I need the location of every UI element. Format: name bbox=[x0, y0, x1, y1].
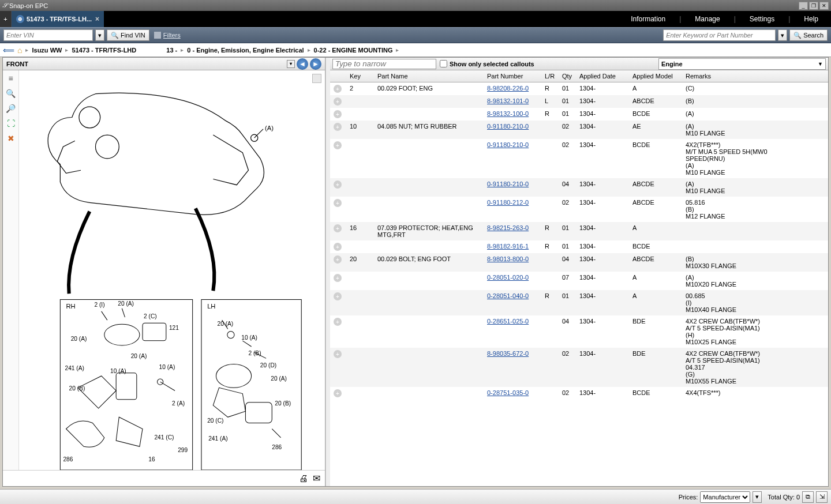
table-row[interactable]: +8-98132-100-0R011304-BCDE(A) bbox=[330, 108, 828, 121]
col-key[interactable]: Key bbox=[346, 70, 374, 82]
part-number-link[interactable]: 8-98132-100-0 bbox=[487, 110, 529, 117]
part-number-link[interactable]: 8-98132-101-0 bbox=[487, 97, 529, 104]
table-row[interactable]: +1004.085 NUT; MTG RUBBER0-91180-210-002… bbox=[330, 121, 828, 139]
expand-icon[interactable]: + bbox=[334, 224, 342, 232]
minimize-button[interactable]: _ bbox=[799, 2, 808, 10]
expand-icon[interactable]: + bbox=[334, 141, 342, 149]
next-diagram-button[interactable]: ► bbox=[310, 58, 321, 70]
expand-icon[interactable]: + bbox=[334, 123, 342, 131]
table-row[interactable]: +0-28751-035-0021304-BCDE4X4(TFS***) bbox=[330, 387, 828, 400]
engine-dropdown[interactable]: Engine ▼ bbox=[658, 58, 826, 70]
part-number-link[interactable]: 8-98013-800-0 bbox=[487, 255, 529, 262]
expand-icon[interactable]: + bbox=[334, 389, 342, 397]
part-number-link[interactable]: 0-91180-210-0 bbox=[487, 123, 529, 130]
tab-close-icon[interactable]: × bbox=[95, 15, 99, 23]
expand-icon[interactable]: + bbox=[334, 274, 342, 282]
expand-icon[interactable]: + bbox=[334, 180, 342, 189]
part-number-link[interactable]: 0-28651-025-0 bbox=[487, 318, 529, 325]
expand-icon[interactable]: + bbox=[334, 110, 342, 118]
fit-icon[interactable]: ⛶ bbox=[5, 118, 17, 129]
prices-select[interactable]: Manufacturer bbox=[700, 491, 750, 503]
part-number-link[interactable]: 0-28751-035-0 bbox=[487, 389, 529, 396]
expand-icon[interactable]: + bbox=[334, 255, 342, 264]
narrow-input[interactable] bbox=[332, 59, 436, 69]
table-row[interactable]: +0-91180-210-0041304-ABCDE(A)M10 FLANGE bbox=[330, 178, 828, 197]
home-icon[interactable]: ⌂ bbox=[17, 46, 22, 55]
export-button[interactable]: ⇲ bbox=[816, 491, 828, 503]
vin-dropdown-button[interactable]: ▾ bbox=[95, 29, 104, 41]
expand-icon[interactable]: + bbox=[334, 243, 342, 251]
crumb-subgroup[interactable]: 0-22 - ENGINE MOUNTING bbox=[314, 47, 393, 54]
col-name[interactable]: Part Name bbox=[374, 70, 484, 82]
table-row[interactable]: +0-91180-212-0021304-ABCDE05.816(B)M12 F… bbox=[330, 197, 828, 222]
col-pn[interactable]: Part Number bbox=[484, 70, 541, 82]
email-icon[interactable]: ✉ bbox=[313, 473, 320, 484]
part-number-link[interactable]: 0-28051-020-0 bbox=[487, 274, 529, 281]
crumb-group[interactable]: 0 - Engine, Emission, Engine Electrical bbox=[187, 47, 304, 54]
part-number-link[interactable]: 0-91180-212-0 bbox=[487, 199, 529, 206]
thumbnail-toggle[interactable] bbox=[312, 74, 321, 83]
copy-button[interactable]: ⧉ bbox=[802, 491, 814, 503]
menu-information[interactable]: Information bbox=[624, 15, 672, 23]
crumb-make[interactable]: Isuzu WW bbox=[32, 47, 62, 54]
col-remarks[interactable]: Remarks bbox=[682, 70, 828, 82]
back-button[interactable]: ⟸ bbox=[3, 45, 14, 55]
splitter[interactable] bbox=[325, 58, 330, 486]
part-number-link[interactable]: 8-98035-672-0 bbox=[487, 350, 529, 357]
table-row[interactable]: +8-98132-101-0L011304-ABCDE(B) bbox=[330, 95, 828, 108]
menu-settings[interactable]: Settings bbox=[743, 15, 781, 23]
crumb-section[interactable]: 13 - bbox=[166, 47, 177, 54]
tab-vehicle[interactable]: ⊕ 51473 - TFR/TFS-LH... × bbox=[12, 11, 104, 27]
expand-icon[interactable]: + bbox=[334, 292, 342, 300]
table-row[interactable]: +0-28051-020-0071304-A(A)M10X20 FLANGE bbox=[330, 272, 828, 290]
table-row[interactable]: +8-98182-916-1R011304-BCDE bbox=[330, 240, 828, 253]
keyword-input[interactable] bbox=[663, 29, 776, 41]
expand-icon[interactable]: + bbox=[334, 199, 342, 207]
zoom-in-icon[interactable]: 🔍 bbox=[5, 88, 17, 99]
zoom-out-icon[interactable]: 🔎 bbox=[5, 103, 17, 114]
table-row[interactable]: +1607.039 PROTECTOR; HEAT,ENG MTG,FRT8-9… bbox=[330, 222, 828, 240]
col-model[interactable]: Applied Model bbox=[629, 70, 682, 82]
show-selected-checkbox[interactable]: Show only selected callouts bbox=[440, 60, 534, 67]
maximize-button[interactable]: ❐ bbox=[809, 2, 818, 10]
expand-icon[interactable]: + bbox=[334, 318, 342, 326]
diagram-dropdown[interactable]: ▾ bbox=[287, 60, 295, 68]
expand-icon[interactable]: + bbox=[334, 350, 342, 358]
part-number-link[interactable]: 0-91180-210-0 bbox=[487, 141, 529, 148]
prev-diagram-button[interactable]: ◄ bbox=[297, 58, 308, 70]
close-window-button[interactable]: ✕ bbox=[819, 2, 829, 10]
parts-table-wrap[interactable]: Key Part Name Part Number L/R Qty Applie… bbox=[330, 70, 828, 486]
part-number-link[interactable]: 8-98215-263-0 bbox=[487, 224, 529, 231]
table-row[interactable]: +2000.029 BOLT; ENG FOOT8-98013-800-0041… bbox=[330, 253, 828, 272]
part-number-link[interactable]: 0-91180-210-0 bbox=[487, 180, 529, 187]
col-date[interactable]: Applied Date bbox=[576, 70, 629, 82]
part-number-link[interactable]: 8-98182-916-1 bbox=[487, 243, 529, 250]
menu-help[interactable]: Help bbox=[797, 15, 825, 23]
col-lr[interactable]: L/R bbox=[541, 70, 559, 82]
cell-qty: 02 bbox=[559, 387, 576, 400]
prices-dd[interactable]: ▾ bbox=[753, 491, 762, 503]
thumbnails-icon[interactable]: ≡ bbox=[5, 73, 17, 84]
diagram-viewport[interactable]: (A) RH LH bbox=[19, 70, 325, 470]
reset-icon[interactable]: ✖ bbox=[5, 133, 17, 144]
table-row[interactable]: +200.029 FOOT; ENG8-98208-226-0R011304-A… bbox=[330, 82, 828, 96]
menu-manage[interactable]: Manage bbox=[688, 15, 727, 23]
cell-model: ABCDE bbox=[629, 197, 682, 222]
find-vin-button[interactable]: 🔍Find VIN bbox=[107, 29, 149, 41]
part-number-link[interactable]: 0-28051-040-0 bbox=[487, 292, 529, 299]
col-qty[interactable]: Qty bbox=[559, 70, 576, 82]
table-row[interactable]: +0-91180-210-0021304-BCDE4X2(TFB***)M/T … bbox=[330, 139, 828, 178]
table-row[interactable]: +0-28651-025-0041304-BDE4X2 CREW CAB(TFB… bbox=[330, 315, 828, 348]
part-number-link[interactable]: 8-98208-226-0 bbox=[487, 85, 529, 92]
vin-input[interactable] bbox=[3, 29, 93, 41]
expand-icon[interactable]: + bbox=[334, 97, 342, 106]
new-tab-button[interactable]: + bbox=[0, 11, 12, 27]
table-row[interactable]: +8-98035-672-0021304-BDE4X2 CREW CAB(TFB… bbox=[330, 348, 828, 387]
table-row[interactable]: +0-28051-040-0R011304-A00.685(I)M10X40 F… bbox=[330, 290, 828, 315]
expand-icon[interactable]: + bbox=[334, 85, 342, 93]
filters-link[interactable]: Filters bbox=[154, 32, 181, 39]
keyword-dropdown-button[interactable]: ▾ bbox=[778, 29, 787, 41]
search-button[interactable]: 🔍Search bbox=[789, 29, 828, 41]
print-icon[interactable]: 🖨 bbox=[299, 473, 308, 484]
crumb-model[interactable]: 51473 - TFR/TFS-LHD bbox=[72, 47, 136, 54]
